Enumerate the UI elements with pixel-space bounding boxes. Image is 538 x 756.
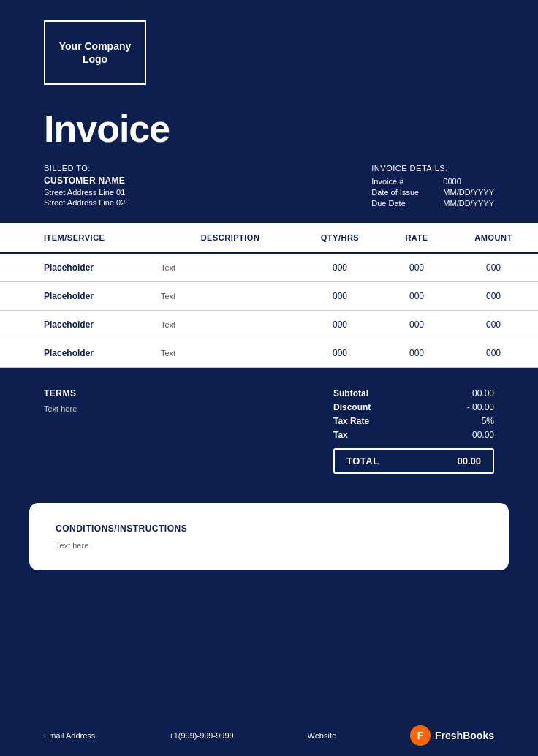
billed-to-section: BILLED TO: CUSTOMER NAME Street Address …: [44, 164, 125, 208]
tax-rate-label: Tax Rate: [333, 416, 369, 426]
totals-section: Subtotal 00.00 Discount - 00.00 Tax Rate…: [333, 388, 494, 474]
conditions-label: CONDITIONS/INSTRUCTIONS: [56, 523, 482, 534]
table-row: Placeholder Text 000 000 000: [0, 339, 538, 368]
freshbooks-text: FreshBooks: [435, 730, 494, 741]
cell-desc-1: Text: [161, 292, 300, 300]
due-date-key: Due Date: [371, 199, 430, 208]
due-date-value: MM/DD/YYYY: [443, 199, 494, 208]
address-line-2: Street Address Line 02: [44, 198, 125, 207]
tax-rate-value: 5%: [450, 416, 494, 426]
invoice-number-key: Invoice #: [371, 177, 430, 186]
table-row: Placeholder Text 000 000 000: [0, 282, 538, 311]
subtotal-row: Subtotal 00.00: [333, 388, 494, 398]
col-header-qty: QTY/HRS: [300, 233, 380, 242]
conditions-section: CONDITIONS/INSTRUCTIONS Text here: [29, 503, 509, 570]
customer-name: CUSTOMER NAME: [44, 175, 125, 186]
invoice-details-label: INVOICE DETAILS:: [371, 164, 494, 173]
cell-amount-0: 000: [453, 262, 534, 273]
cell-qty-0: 000: [300, 262, 380, 273]
cell-desc-2: Text: [161, 320, 300, 329]
cell-rate-0: 000: [380, 262, 453, 273]
discount-label: Discount: [333, 402, 371, 412]
total-box: TOTAL 00.00: [333, 448, 494, 474]
cell-rate-1: 000: [380, 291, 453, 301]
discount-value: - 00.00: [450, 402, 494, 412]
col-header-rate: RATE: [380, 233, 453, 242]
invoice-number-row: Invoice # 0000: [371, 177, 494, 186]
cell-desc-3: Text: [161, 349, 300, 358]
cell-item-0: Placeholder: [44, 262, 161, 273]
date-issue-key: Date of Issue: [371, 188, 430, 197]
terms-label: TERMS: [44, 388, 77, 398]
discount-row: Discount - 00.00: [333, 402, 494, 412]
company-logo: Your Company Logo: [44, 20, 146, 85]
footer-website: Website: [308, 731, 337, 740]
invoice-table: ITEM/SERVICE DESCRIPTION QTY/HRS RATE AM…: [0, 223, 538, 368]
cell-qty-1: 000: [300, 291, 380, 301]
tax-label: Tax: [333, 430, 348, 440]
date-issue-value: MM/DD/YYYY: [443, 188, 494, 197]
table-row: Placeholder Text 000 000 000: [0, 254, 538, 282]
freshbooks-icon: F: [410, 725, 431, 746]
subtotal-label: Subtotal: [333, 388, 368, 398]
invoice-title: Invoice: [44, 107, 494, 151]
footer-email: Email Address: [44, 731, 95, 740]
cell-amount-3: 000: [453, 348, 534, 358]
conditions-text: Text here: [56, 541, 482, 550]
invoice-page: Your Company Logo Invoice BILLED TO: CUS…: [0, 0, 538, 756]
cell-rate-3: 000: [380, 348, 453, 358]
cell-item-2: Placeholder: [44, 320, 161, 330]
cell-item-3: Placeholder: [44, 348, 161, 358]
address-line-1: Street Address Line 01: [44, 188, 125, 197]
footer-phone: +1(999)-999-9999: [169, 731, 233, 740]
table-rows: Placeholder Text 000 000 000 Placeholder…: [0, 254, 538, 368]
due-date-row: Due Date MM/DD/YYYY: [371, 199, 494, 208]
page-footer: Email Address +1(999)-999-9999 Website F…: [0, 715, 538, 756]
header: Your Company Logo: [0, 0, 538, 99]
logo-text: Your Company Logo: [45, 39, 145, 66]
terms-section: TERMS Text here: [44, 388, 77, 413]
total-label: TOTAL: [346, 456, 379, 466]
date-issue-row: Date of Issue MM/DD/YYYY: [371, 188, 494, 197]
invoice-title-section: Invoice BILLED TO: CUSTOMER NAME Street …: [0, 99, 538, 223]
table-row: Placeholder Text 000 000 000: [0, 311, 538, 339]
cell-rate-2: 000: [380, 320, 453, 330]
col-header-item: ITEM/SERVICE: [44, 233, 161, 242]
cell-desc-0: Text: [161, 263, 300, 272]
cell-amount-1: 000: [453, 291, 534, 301]
tax-rate-row: Tax Rate 5%: [333, 416, 494, 426]
invoice-details-section: INVOICE DETAILS: Invoice # 0000 Date of …: [371, 164, 494, 210]
tax-row: Tax 00.00: [333, 430, 494, 440]
col-header-description: DESCRIPTION: [161, 233, 300, 242]
tax-value: 00.00: [450, 430, 494, 440]
footer-inner: TERMS Text here Subtotal 00.00 Discount …: [44, 388, 494, 474]
billed-to-label: BILLED TO:: [44, 164, 125, 173]
cell-amount-2: 000: [453, 320, 534, 330]
footer-section: TERMS Text here Subtotal 00.00 Discount …: [0, 368, 538, 488]
terms-text: Text here: [44, 404, 77, 413]
billing-row: BILLED TO: CUSTOMER NAME Street Address …: [44, 164, 494, 210]
table-header: ITEM/SERVICE DESCRIPTION QTY/HRS RATE AM…: [0, 223, 538, 254]
col-header-amount: AMOUNT: [453, 233, 534, 242]
cell-item-1: Placeholder: [44, 291, 161, 301]
freshbooks-branding: F FreshBooks: [410, 725, 494, 746]
total-value: 00.00: [457, 456, 481, 466]
subtotal-value: 00.00: [450, 388, 494, 398]
invoice-number-value: 0000: [443, 177, 461, 186]
cell-qty-2: 000: [300, 320, 380, 330]
cell-qty-3: 000: [300, 348, 380, 358]
